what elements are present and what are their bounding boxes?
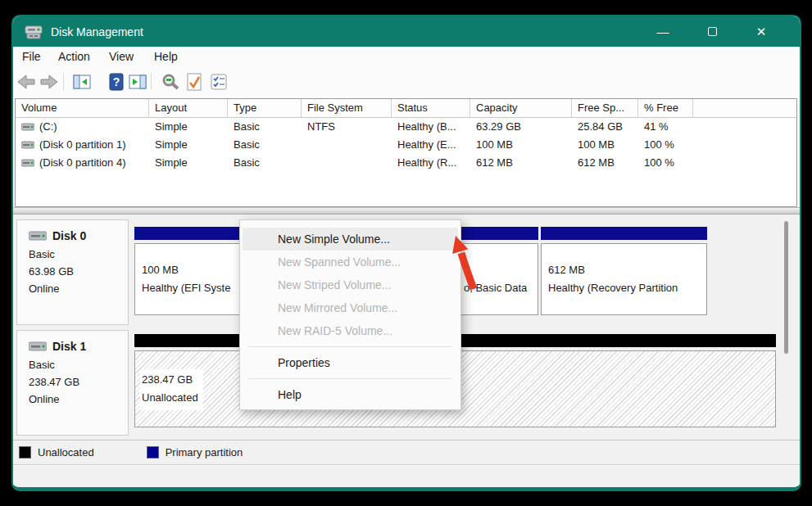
cell: Healthy (B... <box>392 118 470 136</box>
column-header[interactable]: Status <box>392 99 470 118</box>
cell: Basic <box>228 136 302 154</box>
menu-help[interactable]: Help <box>154 50 178 63</box>
cell: 63.29 GB <box>470 118 572 136</box>
rescan-icon[interactable] <box>161 72 180 92</box>
menu-separator <box>248 378 452 379</box>
check-document-icon[interactable] <box>184 72 204 92</box>
disk-size: 238.47 GB <box>29 373 128 391</box>
back-arrow-icon[interactable] <box>16 72 36 92</box>
unallocated-label: Unallocated <box>142 389 198 407</box>
disk0-label-box[interactable]: Disk 0 Basic 63.98 GB Online <box>16 219 129 325</box>
status-area <box>13 466 800 487</box>
volume-icon <box>21 141 34 149</box>
disk-type: Basic <box>29 246 128 263</box>
cell: (Disk 0 partition 4) <box>39 154 125 172</box>
menu-item-properties[interactable]: Properties <box>243 351 458 374</box>
disk-status: Online <box>29 280 128 297</box>
column-header[interactable]: Layout <box>149 99 228 118</box>
partition-efi[interactable]: 100 MB Healthy (EFI Syste <box>134 243 243 315</box>
menu-view[interactable]: View <box>109 50 134 63</box>
minimize-button[interactable]: — <box>645 16 681 47</box>
disk-management-window: Disk Management — ✕ File Action View Hel… <box>11 15 801 491</box>
volume-icon <box>21 123 34 131</box>
column-header[interactable]: File System <box>302 99 392 118</box>
menu-action[interactable]: Action <box>58 50 90 63</box>
cell: Healthy (E... <box>392 136 470 154</box>
context-menu: New Simple Volume... New Spanned Volume.… <box>239 219 461 410</box>
cell: Basic <box>228 118 302 136</box>
disk-size: 63.98 GB <box>29 263 128 280</box>
console-tree-icon[interactable] <box>72 72 92 92</box>
table-row[interactable]: (Disk 0 partition 1) Simple Basic Health… <box>16 136 796 154</box>
cell: 100 % <box>638 136 693 154</box>
cell: Simple <box>149 136 228 154</box>
legend-label: Primary partition <box>166 446 243 459</box>
menu-item-new-spanned-volume: New Spanned Volume... <box>243 251 458 273</box>
disk-name: Disk 0 <box>52 229 86 242</box>
column-header[interactable]: % Free <box>638 99 693 118</box>
toolbar-separator <box>151 73 152 90</box>
volume-icon <box>21 159 34 167</box>
menu-item-new-simple-volume[interactable]: New Simple Volume... <box>243 228 458 251</box>
partition-status: Healthy (Recovery Partition <box>548 282 678 294</box>
cell: 25.84 GB <box>572 118 638 136</box>
column-header[interactable]: Volume <box>16 99 149 118</box>
cell: Basic <box>228 154 302 172</box>
toolbar: ? <box>13 68 800 95</box>
cell <box>302 154 392 172</box>
partition-size: 612 MB <box>548 264 585 276</box>
cell: 100 MB <box>470 136 572 154</box>
column-header[interactable] <box>693 99 796 118</box>
toolbar-separator <box>63 73 64 90</box>
menu-item-new-mirrored-volume: New Mirrored Volume... <box>243 296 458 319</box>
partition-color-bar <box>134 227 243 240</box>
menu-item-new-striped-volume: New Striped Volume... <box>243 273 458 296</box>
help-icon[interactable]: ? <box>107 72 126 92</box>
cell: NTFS <box>302 118 392 136</box>
menu-separator <box>248 346 452 347</box>
cell: 41 % <box>638 118 693 136</box>
cell: Simple <box>149 118 228 136</box>
disk-type: Basic <box>29 356 128 373</box>
menu-file[interactable]: File <box>22 50 41 63</box>
table-row[interactable]: (Disk 0 partition 4) Simple Basic Health… <box>16 154 796 172</box>
cell: Healthy (R... <box>392 154 470 172</box>
column-header[interactable]: Free Sp... <box>572 99 638 118</box>
volume-list-pane: Volume Layout Type File System Status Ca… <box>15 98 797 207</box>
cell: (Disk 0 partition 1) <box>39 136 125 154</box>
unallocated-swatch <box>19 446 31 459</box>
close-button[interactable]: ✕ <box>743 16 779 47</box>
cell <box>302 136 392 154</box>
red-annotation-arrow <box>439 225 497 303</box>
table-row[interactable]: (C:) Simple Basic NTFS Healthy (B... 63.… <box>16 118 796 136</box>
disk-name: Disk 1 <box>52 340 86 353</box>
cell: Simple <box>149 154 228 172</box>
legend-label: Unallocated <box>38 446 94 459</box>
checklist-icon[interactable] <box>209 72 229 92</box>
partition-recovery[interactable]: 612 MB Healthy (Recovery Partition <box>541 243 707 315</box>
disk-icon <box>29 231 47 241</box>
cell: 100 MB <box>572 136 638 154</box>
title-bar: Disk Management — ✕ <box>13 16 800 47</box>
disk-management-app-icon <box>25 25 43 39</box>
menu-item-new-raid5-volume: New RAID-5 Volume... <box>243 319 458 342</box>
detail-pane-icon[interactable] <box>128 72 147 92</box>
cell: 100 % <box>638 154 693 172</box>
cell: 612 MB <box>572 154 638 172</box>
svg-text:?: ? <box>113 75 120 88</box>
maximize-button[interactable] <box>694 16 730 47</box>
disk1-label-box[interactable]: Disk 1 Basic 238.47 GB Online <box>16 330 129 436</box>
pane-splitter[interactable] <box>13 207 800 215</box>
primary-partition-swatch <box>147 446 159 459</box>
column-header[interactable]: Capacity <box>470 99 572 118</box>
partition-color-bar <box>541 227 707 240</box>
window-title: Disk Management <box>51 25 143 38</box>
vertical-scrollbar[interactable] <box>784 221 788 354</box>
unallocated-size: 238.47 GB <box>142 371 198 389</box>
disk-icon <box>29 341 47 351</box>
legend-bar: Unallocated Primary partition <box>13 440 800 465</box>
menu-bar: File Action View Help <box>13 47 800 68</box>
menu-item-help[interactable]: Help <box>243 383 458 406</box>
column-header[interactable]: Type <box>228 99 302 118</box>
forward-arrow-icon[interactable] <box>39 72 59 92</box>
